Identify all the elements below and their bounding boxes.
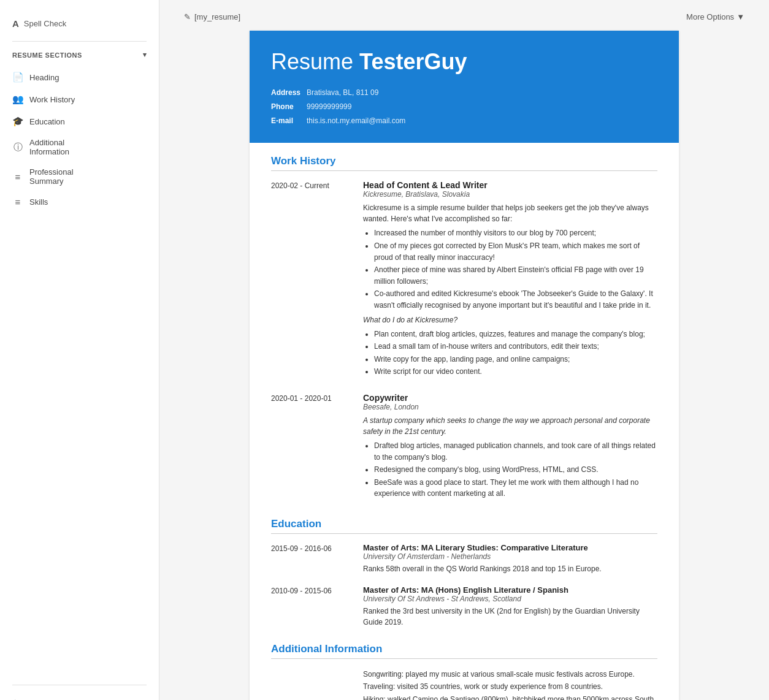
edu-school-2: University Of St Andrews - St Andrews, S… xyxy=(363,595,657,603)
resume-name: Resume TesterGuy xyxy=(271,49,657,75)
file-name-area[interactable]: ✎ [my_resume] xyxy=(184,12,240,21)
edu-entry-2: 2010-09 - 2015-06 Master of Arts: MA (Ho… xyxy=(271,585,657,628)
resume-name-prefix: Resume xyxy=(271,49,359,74)
top-bar: ✎ [my_resume] More Options ▼ xyxy=(184,12,744,21)
additional-info-section: Additional Information Songwriting: play… xyxy=(271,643,657,700)
bullet-item: Increased the number of monthly visitors… xyxy=(374,227,657,239)
graduation-icon: 🎓 xyxy=(12,116,23,127)
additional-info-divider xyxy=(271,658,657,659)
job-title-1: Head of Content & Lead Writer xyxy=(363,180,657,190)
resume-document: Resume TesterGuy Address Bratislava, BL,… xyxy=(250,31,679,700)
sidebar-item-skills[interactable]: ≡ Skills xyxy=(0,191,159,213)
email-value: this.is.not.my.email@mail.com xyxy=(307,114,405,128)
job-bullets-2: Drafted blog articles, managed publicati… xyxy=(363,440,657,500)
sidebar-top-divider xyxy=(12,41,147,42)
resume-body: Work History 2020-02 - Current Head of C… xyxy=(250,143,679,700)
job-desc2-italic-1: What do I do at Kickresume? xyxy=(363,314,657,325)
job-title-2: Copywriter xyxy=(363,393,657,403)
sidebar-item-professional-label: ProfessionalSummary xyxy=(29,167,74,186)
add-section-button[interactable]: + Add a section xyxy=(0,691,159,700)
phone-label: Phone xyxy=(271,100,302,114)
work-content-1: Head of Content & Lead Writer Kickresume… xyxy=(363,180,657,381)
sidebar-item-heading[interactable]: 📄 Heading xyxy=(0,66,159,88)
work-history-title: Work History xyxy=(271,155,657,167)
edu-dates-2: 2010-09 - 2015-06 xyxy=(271,585,351,628)
resume-name-bold: TesterGuy xyxy=(359,49,467,74)
education-title: Education xyxy=(271,518,657,530)
email-label: E-mail xyxy=(271,114,302,128)
sidebar-item-education-label: Education xyxy=(29,117,65,126)
bullet-item: Another piece of mine was shared by Albe… xyxy=(374,264,657,287)
address-row: Address Bratislava, BL, 811 09 xyxy=(271,86,657,100)
bullet-item: Co-authored and edited Kickresume's eboo… xyxy=(374,288,657,311)
work-history-section: Work History 2020-02 - Current Head of C… xyxy=(271,155,657,503)
bullet-item: Lead a small tam of in-house writers and… xyxy=(374,341,657,352)
additional-info-content: Songwriting: played my music at various … xyxy=(363,668,657,700)
resume-sections-header: RESUME SECTIONS ▾ xyxy=(0,51,159,66)
info-icon: ⓘ xyxy=(12,142,23,153)
chevron-down-icon: ▼ xyxy=(736,12,744,21)
sidebar-item-heading-label: Heading xyxy=(29,73,59,82)
education-divider xyxy=(271,533,657,534)
additional-info-spacer xyxy=(271,668,351,700)
edu-entry-1: 2015-09 - 2016-06 Master of Arts: MA Lit… xyxy=(271,543,657,574)
sidebar-mid-divider xyxy=(12,685,147,685)
sidebar-item-work-label: Work History xyxy=(29,95,75,104)
education-section: Education 2015-09 - 2016-06 Master of Ar… xyxy=(271,518,657,628)
edu-degree-1: Master of Arts: MA Literary Studies: Com… xyxy=(363,543,657,552)
job-company-1: Kickresume, Bratislava, Slovakia xyxy=(363,190,657,199)
work-content-2: Copywriter Beesafe, London A startup com… xyxy=(363,393,657,503)
bullet-item: Plan content, draft blog articles, quizz… xyxy=(374,329,657,340)
sidebar-item-education[interactable]: 🎓 Education xyxy=(0,110,159,132)
spell-check-label: Spell Check xyxy=(24,19,66,28)
edu-content-2: Master of Arts: MA (Hons) English Litera… xyxy=(363,585,657,628)
resume-contact: Address Bratislava, BL, 811 09 Phone 999… xyxy=(271,86,657,127)
sidebar-item-additional-info[interactable]: ⓘ AdditionalInformation xyxy=(0,132,159,162)
more-options-button[interactable]: More Options ▼ xyxy=(686,12,744,21)
document-icon: 📄 xyxy=(12,72,23,83)
work-dates-1: 2020-02 - Current xyxy=(271,180,351,381)
spell-check-button[interactable]: A Spell Check xyxy=(0,12,159,41)
more-options-label: More Options xyxy=(686,12,734,21)
filename-text: [my_resume] xyxy=(194,12,240,21)
email-row: E-mail this.is.not.my.email@mail.com xyxy=(271,114,657,128)
phone-value: 99999999999 xyxy=(307,100,351,114)
sidebar: A Spell Check RESUME SECTIONS ▾ 📄 Headin… xyxy=(0,0,159,700)
sidebar-item-professional-summary[interactable]: ≡ ProfessionalSummary xyxy=(0,162,159,191)
main-area: ✎ [my_resume] More Options ▼ Resume Test… xyxy=(159,0,769,700)
sidebar-item-work-history[interactable]: 👥 Work History xyxy=(0,88,159,110)
sidebar-item-skills-label: Skills xyxy=(29,197,48,207)
address-value: Bratislava, BL, 811 09 xyxy=(307,86,378,100)
spell-check-icon: A xyxy=(12,18,19,29)
job-bullets2-1: Plan content, draft blog articles, quizz… xyxy=(363,329,657,378)
sidebar-nav: 📄 Heading 👥 Work History 🎓 Education ⓘ A… xyxy=(0,66,159,679)
chevron-down-icon[interactable]: ▾ xyxy=(143,51,147,59)
edu-degree-2: Master of Arts: MA (Hons) English Litera… xyxy=(363,585,657,595)
resume-header: Resume TesterGuy Address Bratislava, BL,… xyxy=(250,31,679,143)
work-history-divider xyxy=(271,170,657,171)
edu-desc-1: Ranks 58th overall in the QS World Ranki… xyxy=(363,563,657,574)
bullet-item: Write copy for the app, landing page, an… xyxy=(374,354,657,365)
additional-info-title: Additional Information xyxy=(271,643,657,655)
edu-desc-2: Ranked the 3rd best university in the UK… xyxy=(363,606,657,628)
edu-content-1: Master of Arts: MA Literary Studies: Com… xyxy=(363,543,657,574)
job-company-2: Beesafe, London xyxy=(363,403,657,411)
sidebar-item-additional-label: AdditionalInformation xyxy=(29,138,69,156)
work-dates-2: 2020-01 - 2020-01 xyxy=(271,393,351,503)
edu-school-1: University Of Amsterdam - Netherlands xyxy=(363,552,657,561)
pencil-icon: ✎ xyxy=(184,12,191,21)
bullet-item: Write script for our video content. xyxy=(374,366,657,378)
bullet-item: Redesigned the company's blog, using Wor… xyxy=(374,464,657,476)
additional-info-row: Songwriting: played my music at various … xyxy=(271,668,657,700)
job-bullets-1: Increased the number of monthly visitors… xyxy=(363,227,657,311)
people-icon: 👥 xyxy=(12,94,23,105)
work-entry-1: 2020-02 - Current Head of Content & Lead… xyxy=(271,180,657,381)
phone-row: Phone 99999999999 xyxy=(271,100,657,114)
job-desc-1: Kickresume is a simple resume builder th… xyxy=(363,202,657,224)
address-label: Address xyxy=(271,86,302,100)
edu-dates-1: 2015-09 - 2016-06 xyxy=(271,543,351,574)
bullet-item: One of my pieces got corrected by Elon M… xyxy=(374,240,657,263)
bullet-item: Drafted blog articles, managed publicati… xyxy=(374,440,657,463)
skills-icon: ≡ xyxy=(12,197,23,207)
bullet-item: BeeSafe was a good place to start. They … xyxy=(374,477,657,500)
